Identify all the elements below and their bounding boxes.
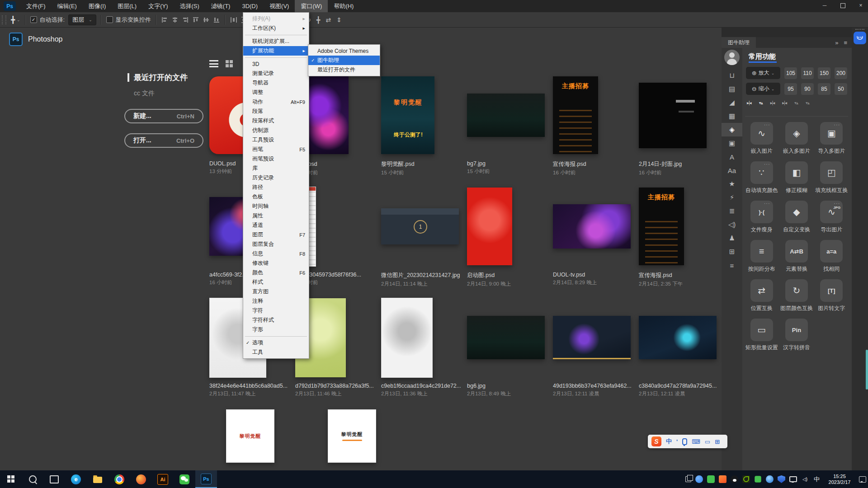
options-grip[interactable] (2, 15, 6, 24)
handwriting-icon[interactable]: ▭ (705, 438, 710, 445)
menubar-item[interactable]: 帮助(H) (328, 0, 359, 12)
bg7.jpg[interactable]: bg7.jpg 15 小时前 (467, 75, 547, 186)
lightning-icon[interactable]: ⚡ (722, 191, 742, 204)
align-bottom-icon[interactable] (213, 16, 220, 23)
menubar-item[interactable]: 选择(S) (174, 0, 205, 12)
window-menu-item[interactable]: ✓ 色板 ▶ (243, 192, 309, 202)
window-menu-item[interactable]: ✓ 通道 ▶ (243, 221, 309, 230)
panel-tool-button[interactable]: ··· JPG ∿ 导出图片 (814, 201, 849, 234)
zoom-out-value-button[interactable]: 90 (801, 83, 814, 95)
window-menu-item[interactable]: ✓ 注释 ▶ (243, 296, 309, 306)
notification-center-icon[interactable] (859, 475, 866, 483)
window-menu-item[interactable]: ✓ 画笔 F5 ▶ (243, 145, 309, 154)
taskbar-chrome[interactable] (108, 470, 130, 488)
nvidia-icon[interactable] (742, 475, 750, 483)
auto-select-checkbox[interactable]: ✓ (30, 16, 37, 23)
window-menu-item[interactable]: ✓ 路径 ▶ (243, 183, 309, 192)
thunder-icon[interactable] (766, 475, 774, 483)
3d-mode-icon[interactable]: ╋ (316, 16, 320, 23)
window-menu-item[interactable]: ✓ ▶ (243, 33, 309, 37)
menubar-item[interactable]: 文件(F) (20, 0, 52, 12)
menubar-item[interactable]: 图层(L) (112, 0, 142, 12)
add-icon[interactable]: ⊞ (722, 245, 742, 258)
collapse-v3-icon[interactable]: ▾▴ (806, 100, 809, 105)
window-menu-item[interactable]: ✓ 工具 ▶ (243, 347, 309, 357)
panel-tool-button[interactable]: ··· a=a 找相同 (814, 240, 849, 273)
scrollbar[interactable] (866, 350, 868, 389)
collapse-h2-icon[interactable]: ▸|◂ (770, 100, 775, 105)
list-view-icon[interactable] (209, 60, 218, 67)
qq-icon[interactable] (731, 475, 738, 483)
window-menu-item[interactable]: ✓ 字形 ▶ (243, 325, 309, 334)
window-menu-item[interactable]: ✓ 扩展功能 ▶ (243, 46, 309, 56)
panel-tool-button[interactable]: ··· ◆ 自定义变换 (779, 201, 814, 234)
keyboard-icon[interactable]: ⌨ (692, 438, 700, 445)
layers-icon[interactable]: ≣ (722, 204, 742, 218)
taskbar-edge[interactable]: e (65, 470, 87, 488)
align-v-center-icon[interactable] (203, 16, 210, 23)
menubar-item[interactable]: 窗口(W) (295, 0, 328, 12)
menubar-item[interactable]: 图像(I) (83, 0, 112, 12)
recent-file-card[interactable]: 黎明觉醒 (226, 409, 274, 463)
ime-lang-icon[interactable]: 中 (813, 475, 821, 483)
window-menu-item[interactable]: ✓ 仿制源 ▶ (243, 126, 309, 135)
panel-tool-button[interactable]: ··· )·( 文件瘦身 (745, 201, 779, 234)
黎明觉醒.psd[interactable]: 黎明觉醒.psd 15 小时前 (381, 75, 461, 186)
window-menu-item[interactable]: ✓ 工具预设 ▶ (243, 135, 309, 145)
collapse-h-icon[interactable]: ▸|◂ (747, 100, 751, 105)
window-menu-item[interactable]: ✓ 联机浏览扩展... ▶ (243, 37, 309, 46)
c3840a9cd47a278fa9a72945...[interactable]: c3840a9cd47a278fa9a72945... 2月13日, 12:11… (639, 297, 718, 408)
2月14日-封面.jpg[interactable]: 2月14日-封面.jpg 16 小时前 (639, 75, 718, 186)
tim-icon[interactable] (719, 475, 726, 483)
taskbar-photoshop[interactable]: Ps (195, 470, 217, 488)
person-icon[interactable]: ♟ (722, 231, 742, 245)
panel-tool-button[interactable]: ··· ▭ 矩形批量设置 (745, 319, 779, 352)
minimize-icon[interactable]: ─ (821, 2, 828, 9)
blocks-icon[interactable]: ▦ (722, 109, 742, 123)
close-icon[interactable]: × (857, 2, 864, 9)
layout-icon[interactable]: ▤ (722, 82, 742, 96)
frame-icon[interactable]: ▣ (722, 136, 742, 150)
browser-icon[interactable] (695, 475, 703, 483)
window-menu-item[interactable]: ✓ 选项 ▶ (243, 338, 309, 347)
menubar-item[interactable]: 视图(V) (264, 0, 295, 12)
zoom-out-value-button[interactable]: 95 (784, 83, 797, 95)
sogou-logo-icon[interactable]: S (651, 436, 661, 446)
window-menu-item[interactable]: ✓ 段落样式 ▶ (243, 116, 309, 126)
open-file-button[interactable]: 打开... Ctrl+O (124, 133, 203, 148)
tuniu-assistant-dock-icon[interactable] (854, 32, 866, 44)
window-menu-item[interactable]: ✓ 修改键 ▶ (243, 258, 309, 268)
bg6.jpg[interactable]: bg6.jpg 2月13日, 8:49 晚上 (467, 297, 547, 408)
window-menu-item[interactable]: ✓ 颜色 F6 ▶ (243, 268, 309, 277)
宣传海报.psd[interactable]: 宣传海报.psd 2月14日, 2:35 下午 (639, 186, 718, 297)
panel-tool-button[interactable]: ··· ∿ 嵌入图片 (745, 122, 779, 155)
new-file-button[interactable]: 新建... Ctrl+N (124, 109, 203, 123)
window-menu-item[interactable]: ✓ 信息 F8 ▶ (243, 249, 309, 258)
user-avatar[interactable] (724, 50, 740, 65)
window-menu-item[interactable]: ✓ 3D ▶ (243, 59, 309, 69)
type-icon[interactable]: A (722, 150, 742, 164)
wechat-mini-icon[interactable] (755, 476, 761, 482)
zoom-in-value-button[interactable]: 105 (784, 67, 797, 79)
zoom-in-value-button[interactable]: 150 (818, 67, 830, 79)
taskbar-firefox[interactable] (130, 470, 152, 488)
align-top-icon[interactable] (192, 16, 199, 23)
window-menu-item[interactable]: ✓ 排列(A) ▶ (243, 14, 309, 23)
menubar-item[interactable]: 文字(Y) (142, 0, 174, 12)
bag-icon[interactable]: ⊔ (722, 69, 742, 82)
panel-tool-button[interactable]: ··· ≡ 按间距分布 (745, 240, 779, 273)
window-menu-item[interactable]: ✓ 图层复合 ▶ (243, 239, 309, 249)
toolbox-icon[interactable]: ⊞ (715, 438, 720, 445)
cc-files-link[interactable]: cc 文件 (134, 89, 155, 98)
audio-icon[interactable]: ◁) (722, 218, 742, 231)
window-menu-item[interactable]: ✓ 样式 ▶ (243, 277, 309, 287)
window-menu-item[interactable]: ✓ 导航器 ▶ (243, 78, 309, 88)
window-menu-item[interactable]: ✓ 属性 ▶ (243, 211, 309, 221)
window-menu-item[interactable]: ✓ 历史记录 ▶ (243, 173, 309, 183)
taskbar-illustrator[interactable]: Ai (152, 470, 174, 488)
align-h-center-icon[interactable] (171, 16, 179, 23)
taskbar-clock[interactable]: 15:25 2023/2/17 (825, 474, 854, 485)
window-menu-item[interactable]: ✓ 工作区(K) ▶ (243, 23, 309, 33)
window-menu-item[interactable]: ✓ 字符 ▶ (243, 306, 309, 315)
align-right-icon[interactable] (182, 16, 189, 23)
